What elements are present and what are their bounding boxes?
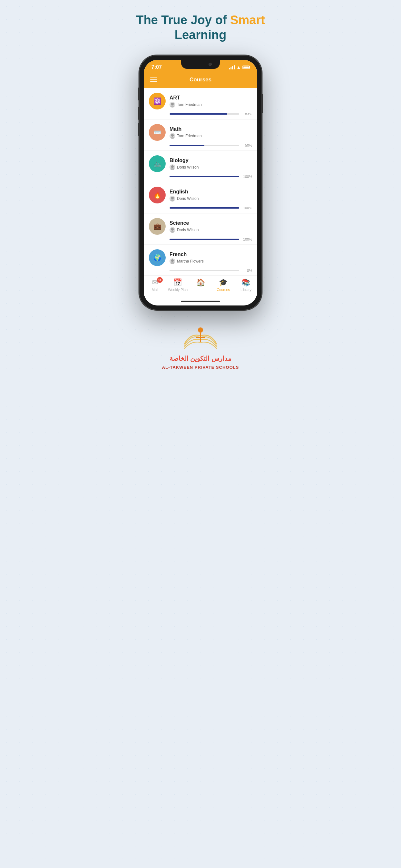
course-item[interactable]: 🚲 Biology Doris Wilson 10 <box>144 151 257 182</box>
nav-icon: 📚 <box>242 278 250 287</box>
svg-point-8 <box>171 228 174 230</box>
progress-row: 100% <box>149 175 252 179</box>
logo-graphic <box>181 326 220 352</box>
course-name: Biology <box>169 158 252 163</box>
teacher-name: Tom Friedman <box>177 134 202 138</box>
course-name: Math <box>169 126 252 132</box>
brand-arabic: مدارس التكوين الخاصة <box>169 354 232 362</box>
course-top: 🚲 Biology Doris Wilson <box>149 155 252 172</box>
course-name: English <box>169 189 252 195</box>
progress-row: 100% <box>149 237 252 241</box>
teacher-avatar <box>169 164 175 170</box>
progress-bar-bg <box>169 239 239 240</box>
svg-point-18 <box>198 328 203 333</box>
course-info: Math Tom Friedman <box>169 126 252 139</box>
brand-logo: مدارس التكوين الخاصة AL-TAKWEEN PRIVATE … <box>162 326 239 370</box>
nav-item-mail[interactable]: 11 ✉ Mail <box>145 278 165 291</box>
progress-bar-bg <box>169 113 239 115</box>
progress-bar-fill <box>169 113 227 115</box>
title-highlight: Smart <box>230 13 265 27</box>
teacher-avatar <box>169 133 175 139</box>
course-list: ⚛️ ART Tom Friedman 83% <box>144 88 257 275</box>
app-header: Courses <box>144 73 257 88</box>
course-info: English Doris Wilson <box>169 189 252 202</box>
course-info: French Martha Flowers <box>169 252 252 264</box>
course-top: ⚛️ ART Tom Friedman <box>149 93 252 110</box>
svg-point-3 <box>171 136 174 139</box>
teacher-avatar <box>169 196 175 202</box>
nav-label: Courses <box>217 288 230 291</box>
course-info: Science Doris Wilson <box>169 220 252 233</box>
status-icons: ▲ <box>229 65 250 70</box>
nav-item-courses[interactable]: 🎓 Courses <box>214 278 233 291</box>
course-name: ART <box>169 95 252 101</box>
progress-bar-fill <box>169 145 204 146</box>
progress-percent: 100% <box>242 175 252 179</box>
svg-point-2 <box>171 134 174 136</box>
phone-frame: 7:07 ▲ <box>139 55 262 310</box>
progress-percent: 0% <box>242 269 252 273</box>
progress-bar-bg <box>169 207 239 209</box>
progress-percent: 100% <box>242 206 252 210</box>
svg-point-6 <box>171 197 174 199</box>
course-icon: 💼 <box>149 218 166 235</box>
phone-wrapper: 7:07 ▲ <box>139 55 262 310</box>
branding: مدارس التكوين الخاصة AL-TAKWEEN PRIVATE … <box>162 326 239 370</box>
course-item[interactable]: 🌍 French Martha Flowers 0 <box>144 245 257 275</box>
course-icon: 🌍 <box>149 249 166 266</box>
svg-point-5 <box>171 168 174 170</box>
nav-icon: 🏠 <box>196 278 205 287</box>
course-icon: ⚛️ <box>149 93 166 110</box>
svg-point-4 <box>171 165 174 168</box>
teacher-avatar <box>169 258 175 264</box>
course-item[interactable]: 💼 Science Doris Wilson 10 <box>144 213 257 245</box>
home-bar <box>181 301 220 302</box>
progress-percent: 100% <box>242 237 252 241</box>
course-item[interactable]: 🔥 English Doris Wilson 10 <box>144 182 257 213</box>
course-teacher: Doris Wilson <box>169 196 252 202</box>
progress-row: 100% <box>149 206 252 210</box>
teacher-avatar <box>169 227 175 233</box>
course-item[interactable]: ⌨️ Math Tom Friedman 50% <box>144 120 257 151</box>
course-teacher: Doris Wilson <box>169 164 252 170</box>
teacher-name: Doris Wilson <box>177 196 198 201</box>
progress-row: 83% <box>149 112 252 116</box>
course-info: Biology Doris Wilson <box>169 158 252 170</box>
nav-item-home[interactable]: 🏠 <box>191 278 210 291</box>
nav-item-weekly-plan[interactable]: 📅 Weekly Plan <box>168 278 188 291</box>
course-top: ⌨️ Math Tom Friedman <box>149 124 252 141</box>
svg-point-7 <box>171 199 174 202</box>
title-normal: The True Joy of <box>136 13 230 27</box>
nav-icon: 🎓 <box>219 278 227 287</box>
progress-percent: 50% <box>242 144 252 147</box>
nav-badge: 11 <box>157 277 163 283</box>
teacher-name: Martha Flowers <box>177 259 204 264</box>
course-item[interactable]: ⚛️ ART Tom Friedman 83% <box>144 88 257 120</box>
status-time: 7:07 <box>151 64 162 70</box>
teacher-avatar <box>169 102 175 107</box>
teacher-name: Tom Friedman <box>177 102 202 107</box>
progress-bar-bg <box>169 176 239 177</box>
nav-item-library[interactable]: 📚 Library <box>236 278 256 291</box>
svg-point-11 <box>171 262 174 264</box>
bottom-nav: 11 ✉ Mail 📅 Weekly Plan 🏠 🎓 Courses 📚 Li… <box>144 275 257 298</box>
svg-point-9 <box>171 230 174 233</box>
course-icon: 🔥 <box>149 187 166 204</box>
teacher-name: Doris Wilson <box>177 165 198 169</box>
progress-bar-fill <box>169 176 239 177</box>
title-line2: Learning <box>175 28 226 42</box>
nav-label: Mail <box>152 288 158 291</box>
svg-point-0 <box>171 103 174 105</box>
svg-point-10 <box>171 259 174 262</box>
nav-label: Weekly Plan <box>168 288 188 291</box>
battery-icon <box>243 66 250 69</box>
camera <box>209 63 212 66</box>
course-icon: ⌨️ <box>149 124 166 141</box>
svg-point-1 <box>171 105 174 107</box>
progress-percent: 83% <box>242 112 252 116</box>
course-top: 💼 Science Doris Wilson <box>149 218 252 235</box>
course-icon: 🚲 <box>149 155 166 172</box>
menu-button[interactable] <box>150 78 157 82</box>
home-indicator <box>144 298 257 306</box>
course-info: ART Tom Friedman <box>169 95 252 107</box>
